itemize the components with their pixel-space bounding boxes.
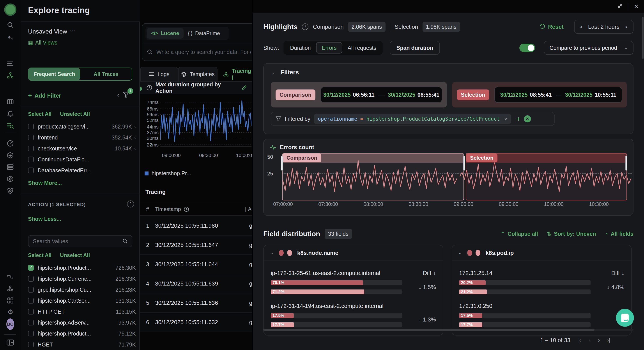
field-value[interactable]: ip-172-31-14-194.us-east-2.compute.inter… bbox=[271, 303, 384, 309]
collapse-panel-icon[interactable]: ‹ bbox=[117, 92, 119, 98]
comparison-range-field[interactable]: 30/12/202506:56:11 — 30/12/202508:55:41 bbox=[321, 87, 442, 103]
checkbox[interactable] bbox=[28, 124, 34, 129]
table-row[interactable]: 630/12/2025 10:55:11.632g bbox=[140, 313, 252, 332]
prev-page-icon[interactable]: ‹ bbox=[588, 337, 590, 344]
clear-filters-icon[interactable]: ✕ bbox=[524, 115, 531, 122]
compare-toggle[interactable] bbox=[519, 44, 535, 52]
collapse-all-button[interactable]: ⌃Collapse all bbox=[500, 231, 538, 237]
filter-chip[interactable]: operationname = hipstershop.ProductCatal… bbox=[314, 114, 511, 124]
settings-gear-icon[interactable]: ⚙ bbox=[6, 308, 14, 316]
security-hex-icon[interactable] bbox=[6, 175, 14, 183]
close-icon[interactable]: ✕ bbox=[634, 3, 639, 10]
filter-value-row[interactable]: HGET 71.79K bbox=[28, 339, 136, 350]
diff-sort-header[interactable]: Diff↓ bbox=[423, 270, 436, 277]
dashboards-icon[interactable] bbox=[6, 98, 14, 106]
checkbox[interactable] bbox=[28, 146, 34, 151]
horizontal-scrollbar[interactable] bbox=[263, 329, 634, 331]
all-fields-button[interactable]: ◔All fields bbox=[605, 231, 634, 237]
table-row[interactable]: 530/12/2025 10:55:11.636g bbox=[140, 293, 252, 313]
user-avatar[interactable]: BO bbox=[6, 320, 14, 328]
expand-icon[interactable] bbox=[617, 3, 623, 9]
filter-value-row[interactable]: hipstershop.CartSer... 131.31K bbox=[28, 295, 136, 306]
filter-value-row[interactable]: productcatalogservi... 362.99K ‹ bbox=[28, 121, 136, 132]
checkbox[interactable] bbox=[28, 342, 34, 347]
checkbox[interactable] bbox=[28, 287, 34, 293]
show-option-errors[interactable]: Errors bbox=[316, 42, 342, 54]
tab-frequent-search[interactable]: Frequent Search bbox=[28, 68, 80, 80]
edit-pencil-icon[interactable] bbox=[241, 85, 247, 91]
filters-card-header[interactable]: ⌄ Filters bbox=[271, 69, 299, 76]
last-page-icon[interactable]: ›| bbox=[608, 337, 610, 344]
extensions-icon[interactable] bbox=[6, 296, 14, 304]
table-row[interactable]: 130/12/2025 10:55:11.980g bbox=[140, 216, 252, 236]
prev-period-icon[interactable]: ◂ bbox=[580, 24, 582, 29]
field-card-header[interactable]: ⌄ k8s.node.name bbox=[264, 245, 443, 261]
checkbox[interactable] bbox=[28, 167, 34, 173]
action-section-header[interactable]: ACTION (1 SELECTED) ⌃ bbox=[28, 202, 135, 208]
checkbox[interactable] bbox=[28, 135, 34, 140]
tab-dataprime[interactable]: { }DataPrime bbox=[184, 28, 224, 39]
checkbox-checked[interactable] bbox=[28, 265, 34, 271]
table-row[interactable]: 430/12/2025 10:55:11.639g bbox=[140, 274, 252, 293]
tab-all-traces[interactable]: All Traces bbox=[80, 68, 132, 80]
select-all-link[interactable]: Select All bbox=[28, 111, 52, 117]
show-less-link[interactable]: Show Less... bbox=[28, 216, 61, 222]
diff-sort-header[interactable]: Diff↓ bbox=[611, 270, 624, 277]
drag-handle[interactable] bbox=[281, 156, 283, 170]
span-duration-button[interactable]: Span duration bbox=[390, 41, 440, 55]
filter-value-row[interactable]: hipstershop.Product... 75.12K bbox=[28, 328, 136, 339]
reset-button[interactable]: Reset bbox=[539, 24, 564, 30]
ai-sparkles-icon[interactable]: ✦✧ bbox=[6, 33, 14, 41]
checkbox[interactable] bbox=[28, 276, 34, 282]
tracing-icon[interactable] bbox=[6, 72, 14, 79]
table-row[interactable]: 230/12/2025 10:55:11.647g bbox=[140, 236, 252, 255]
apm-gauge-icon[interactable] bbox=[6, 139, 14, 147]
filter-value-row[interactable]: hipstershop.AdServ... 93.97K bbox=[28, 317, 136, 328]
tab-templates[interactable]: Templates bbox=[178, 67, 218, 81]
show-option-all-requests[interactable]: All requests bbox=[342, 42, 382, 54]
filter-value-row[interactable]: grpc.hipstershop.Cu... 216.28K bbox=[28, 284, 136, 295]
unselect-all-link[interactable]: Unselect All bbox=[60, 111, 90, 117]
filter-value-row[interactable]: DatabaseRelatedErr... bbox=[28, 165, 136, 176]
remove-filter-icon[interactable]: ✕ bbox=[504, 116, 507, 122]
time-range-picker[interactable]: ◂ Last 2 hours ▸ bbox=[574, 20, 634, 34]
active-filters-icon[interactable]: 1 bbox=[123, 91, 132, 100]
first-page-icon[interactable]: |‹ bbox=[578, 337, 581, 344]
table-row[interactable]: 330/12/2025 10:55:11.644g bbox=[140, 255, 252, 274]
search-values-input[interactable] bbox=[28, 235, 132, 247]
select-all-link[interactable]: Select All bbox=[28, 252, 52, 258]
field-card-header[interactable]: ⌄ k8s.pod.ip bbox=[452, 245, 631, 261]
field-value[interactable]: 172.31.25.14 bbox=[459, 270, 492, 277]
filter-value-row[interactable]: hipstershop.Product... 726.30K bbox=[28, 262, 136, 273]
databases-icon[interactable] bbox=[6, 163, 14, 171]
show-option-duration[interactable]: Duration bbox=[285, 42, 316, 54]
filter-value-row[interactable]: hipstershop.Currenc... 216.33K bbox=[28, 273, 136, 284]
drag-handle[interactable] bbox=[625, 156, 627, 170]
info-icon[interactable]: i bbox=[302, 24, 308, 30]
checkbox[interactable] bbox=[28, 320, 34, 325]
explore-icon[interactable] bbox=[6, 121, 14, 129]
cluster-icon[interactable] bbox=[6, 285, 14, 293]
add-filter-button[interactable]: +Add Filter bbox=[28, 92, 61, 99]
collapse-sidebar-icon[interactable] bbox=[6, 338, 14, 346]
brand-logo[interactable] bbox=[4, 4, 16, 16]
selection-range-field[interactable]: 30/12/202508:55:41 — 30/12/202510:55:11 bbox=[494, 87, 622, 103]
all-views-link[interactable]: ▦All Views bbox=[28, 40, 58, 46]
tab-tracing[interactable]: Tracing ( bbox=[218, 67, 252, 81]
checkbox[interactable] bbox=[28, 156, 34, 162]
checkbox[interactable] bbox=[28, 309, 34, 314]
chart-legend[interactable]: hipstershop.Pr... bbox=[144, 170, 191, 177]
add-filter-icon[interactable]: + bbox=[516, 115, 520, 123]
vertical-scrollbar[interactable] bbox=[642, 17, 644, 59]
field-value[interactable]: ip-172-31-25-61.us-east-2.compute.intern… bbox=[271, 270, 380, 277]
search-icon[interactable] bbox=[6, 21, 14, 29]
query-search-input[interactable] bbox=[156, 49, 251, 55]
checkbox[interactable] bbox=[28, 331, 34, 336]
tab-logs[interactable]: Logs bbox=[140, 67, 178, 81]
filter-value-row[interactable]: frontend 352.54K ‹ bbox=[28, 132, 136, 143]
view-name[interactable]: Unsaved View bbox=[28, 28, 67, 35]
compare-dropdown[interactable]: Compare to previous period ⌄ bbox=[544, 41, 634, 55]
selection-region[interactable]: Selection bbox=[466, 153, 627, 201]
field-value[interactable]: 172.31.0.250 bbox=[459, 303, 492, 309]
col-action[interactable]: A bbox=[248, 206, 252, 212]
